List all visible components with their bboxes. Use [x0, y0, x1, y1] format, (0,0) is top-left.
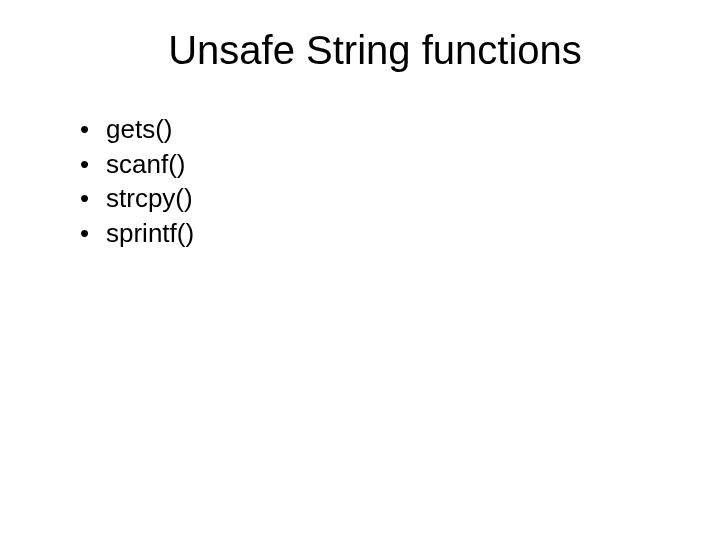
bullet-text: sprintf()	[106, 217, 670, 250]
bullet-icon: •	[80, 148, 106, 181]
bullet-icon: •	[80, 217, 106, 250]
slide-title: Unsafe String functions	[80, 28, 670, 73]
slide-container: Unsafe String functions • gets() • scanf…	[0, 0, 720, 540]
list-item: • strcpy()	[80, 182, 670, 215]
bullet-icon: •	[80, 182, 106, 215]
list-item: • gets()	[80, 113, 670, 146]
bullet-text: strcpy()	[106, 182, 670, 215]
bullet-icon: •	[80, 113, 106, 146]
bullet-text: gets()	[106, 113, 670, 146]
bullet-text: scanf()	[106, 148, 670, 181]
bullet-list: • gets() • scanf() • strcpy() • sprintf(…	[80, 113, 670, 249]
list-item: • sprintf()	[80, 217, 670, 250]
list-item: • scanf()	[80, 148, 670, 181]
